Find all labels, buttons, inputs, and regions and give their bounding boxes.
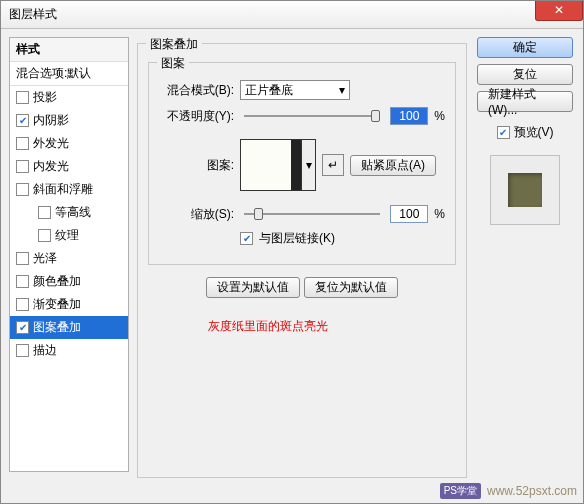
style-label: 渐变叠加 — [33, 296, 81, 313]
style-label: 投影 — [33, 89, 57, 106]
style-checkbox[interactable] — [16, 137, 29, 150]
style-row-8[interactable]: 颜色叠加 — [10, 270, 128, 293]
preview-inner — [508, 173, 542, 207]
style-row-10[interactable]: ✔图案叠加 — [10, 316, 128, 339]
close-button[interactable]: ✕ — [535, 1, 583, 21]
style-checkbox[interactable] — [16, 252, 29, 265]
blend-options-row[interactable]: 混合选项:默认 — [10, 62, 128, 86]
layer-style-dialog: 图层样式 ✕ 样式 混合选项:默认 投影✔内阴影外发光内发光斜面和浮雕等高线纹理… — [0, 0, 584, 504]
style-label: 斜面和浮雕 — [33, 181, 93, 198]
watermark-url: www.52psxt.com — [487, 484, 577, 498]
style-checkbox[interactable] — [16, 91, 29, 104]
opacity-slider[interactable] — [244, 115, 380, 117]
blend-mode-label: 混合模式(B): — [159, 82, 234, 99]
new-pattern-preset-button[interactable]: ↵ — [322, 154, 344, 176]
preview-checkbox[interactable]: ✔ — [497, 126, 510, 139]
new-preset-icon: ↵ — [328, 158, 338, 172]
style-label: 图案叠加 — [33, 319, 81, 336]
pattern-group: 图案 混合模式(B): 正片叠底 ▾ 不透明度(Y): 100 % — [148, 62, 456, 265]
style-label: 光泽 — [33, 250, 57, 267]
scale-label: 缩放(S): — [159, 206, 234, 223]
watermark-badge: PS学堂 — [440, 483, 481, 499]
blend-mode-value: 正片叠底 — [245, 82, 293, 99]
styles-panel: 样式 混合选项:默认 投影✔内阴影外发光内发光斜面和浮雕等高线纹理光泽颜色叠加渐… — [9, 37, 129, 472]
style-checkbox[interactable] — [38, 206, 51, 219]
group-title-outer: 图案叠加 — [146, 36, 202, 53]
scale-input[interactable]: 100 — [390, 205, 428, 223]
pattern-picker-button[interactable]: ▾ — [302, 139, 316, 191]
chevron-down-icon: ▾ — [339, 83, 345, 97]
style-checkbox[interactable] — [16, 275, 29, 288]
style-row-4[interactable]: 斜面和浮雕 — [10, 178, 128, 201]
preview-thumbnail — [490, 155, 560, 225]
watermark: PS学堂 www.52psxt.com — [440, 483, 577, 499]
link-with-layer-checkbox[interactable]: ✔ — [240, 232, 253, 245]
titlebar[interactable]: 图层样式 ✕ — [1, 1, 583, 29]
window-title: 图层样式 — [9, 6, 57, 23]
preview-label: 预览(V) — [514, 124, 554, 141]
style-label: 内发光 — [33, 158, 69, 175]
style-label: 纹理 — [55, 227, 79, 244]
style-row-5[interactable]: 等高线 — [10, 201, 128, 224]
styles-header[interactable]: 样式 — [10, 38, 128, 62]
cancel-button[interactable]: 复位 — [477, 64, 573, 85]
style-row-2[interactable]: 外发光 — [10, 132, 128, 155]
blend-mode-combobox[interactable]: 正片叠底 ▾ — [240, 80, 350, 100]
style-label: 外发光 — [33, 135, 69, 152]
style-row-1[interactable]: ✔内阴影 — [10, 109, 128, 132]
style-row-3[interactable]: 内发光 — [10, 155, 128, 178]
close-icon: ✕ — [554, 3, 564, 17]
pattern-swatch[interactable] — [240, 139, 302, 191]
percent-label: % — [434, 109, 445, 123]
pattern-label: 图案: — [159, 157, 234, 174]
style-row-0[interactable]: 投影 — [10, 86, 128, 109]
style-checkbox[interactable] — [38, 229, 51, 242]
style-checkbox[interactable] — [16, 183, 29, 196]
opacity-label: 不透明度(Y): — [159, 108, 234, 125]
style-label: 颜色叠加 — [33, 273, 81, 290]
style-checkbox[interactable]: ✔ — [16, 114, 29, 127]
chevron-down-icon: ▾ — [306, 158, 312, 172]
reset-to-default-button[interactable]: 复位为默认值 — [304, 277, 398, 298]
style-row-11[interactable]: 描边 — [10, 339, 128, 362]
style-row-7[interactable]: 光泽 — [10, 247, 128, 270]
new-style-button[interactable]: 新建样式(W)... — [477, 91, 573, 112]
style-label: 内阴影 — [33, 112, 69, 129]
style-label: 等高线 — [55, 204, 91, 221]
style-row-6[interactable]: 纹理 — [10, 224, 128, 247]
ok-button[interactable]: 确定 — [477, 37, 573, 58]
scale-slider[interactable] — [244, 213, 380, 215]
link-with-layer-label: 与图层链接(K) — [259, 230, 335, 247]
opacity-input[interactable]: 100 — [390, 107, 428, 125]
annotation-text: 灰度纸里面的斑点亮光 — [208, 318, 456, 335]
style-checkbox[interactable] — [16, 160, 29, 173]
style-checkbox[interactable]: ✔ — [16, 321, 29, 334]
style-checkbox[interactable] — [16, 298, 29, 311]
style-row-9[interactable]: 渐变叠加 — [10, 293, 128, 316]
style-label: 描边 — [33, 342, 57, 359]
pattern-overlay-group: 图案叠加 图案 混合模式(B): 正片叠底 ▾ 不透明度(Y): 100 — [137, 43, 467, 478]
make-default-button[interactable]: 设置为默认值 — [206, 277, 300, 298]
percent-label: % — [434, 207, 445, 221]
snap-to-origin-button[interactable]: 贴紧原点(A) — [350, 155, 436, 176]
group-title-inner: 图案 — [157, 55, 189, 72]
style-checkbox[interactable] — [16, 344, 29, 357]
